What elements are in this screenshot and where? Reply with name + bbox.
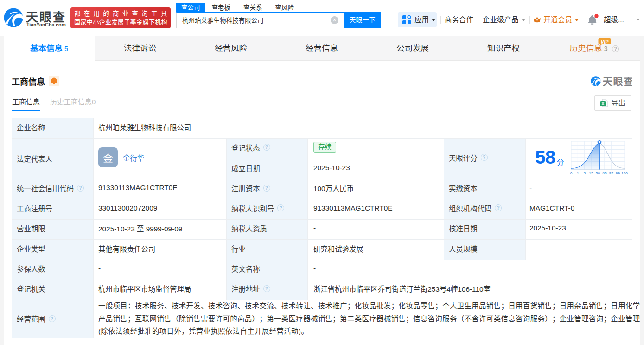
svg-text:85: 85 [602, 171, 607, 174]
svg-text:3: 3 [583, 171, 586, 174]
svg-text:天眼查: 天眼查 [603, 76, 632, 87]
svg-text:100: 100 [621, 171, 628, 174]
svg-text:97: 97 [609, 171, 613, 174]
svg-text:50: 50 [596, 171, 600, 174]
svg-text:VIP: VIP [601, 39, 609, 45]
svg-text:1: 1 [577, 171, 579, 174]
svg-text:0: 0 [570, 171, 573, 174]
svg-text:15: 15 [589, 171, 593, 174]
svg-text:99: 99 [616, 171, 620, 174]
